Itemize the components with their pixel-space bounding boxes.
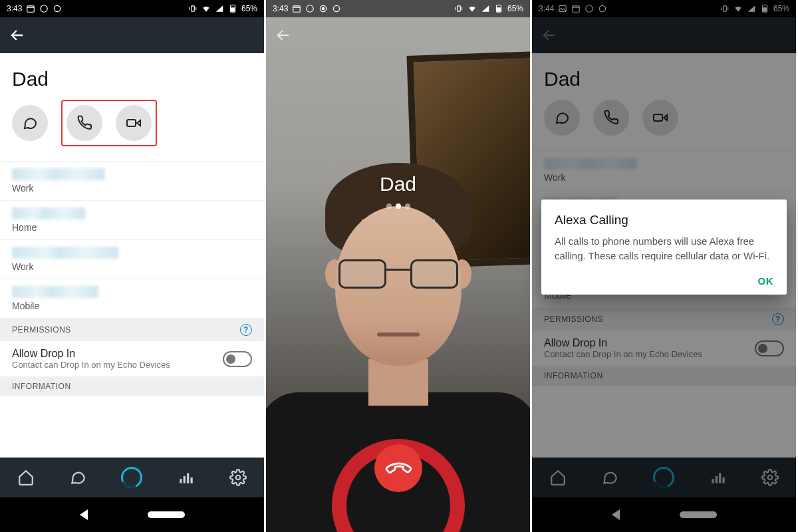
back-button[interactable]	[540, 26, 559, 45]
soccer-icon	[305, 4, 315, 13]
phone-label: Work	[12, 183, 252, 194]
phone-number-item[interactable]: Work	[0, 240, 264, 279]
connecting-dots	[266, 200, 530, 211]
bottom-nav	[532, 458, 796, 497]
signal-icon	[747, 4, 756, 13]
screenshot-video-call: 3:43 65% Dad	[266, 0, 532, 532]
drop-in-row[interactable]: Allow Drop In Contact can Drop In on my …	[532, 331, 796, 366]
drop-in-toggle[interactable]	[755, 340, 784, 356]
phone-icon	[76, 115, 92, 131]
svg-rect-19	[497, 8, 501, 11]
svg-rect-5	[231, 8, 235, 11]
svg-point-32	[768, 475, 773, 480]
svg-rect-8	[183, 476, 185, 483]
video-call-button[interactable]	[116, 105, 152, 141]
nav-alexa-icon[interactable]	[121, 467, 142, 488]
alexa-calling-dialog: Alexa Calling All calls to phone numbers…	[541, 200, 787, 295]
chat-icon	[22, 115, 38, 131]
image-icon	[558, 4, 567, 13]
sys-back-button[interactable]	[80, 509, 88, 520]
drop-in-toggle[interactable]	[223, 351, 252, 367]
bottom-nav	[0, 458, 264, 497]
nav-music-icon[interactable]	[178, 469, 195, 486]
nav-music-icon[interactable]	[710, 469, 727, 486]
video-call-button[interactable]	[642, 100, 678, 136]
help-icon[interactable]: ?	[772, 313, 784, 325]
battery-icon	[760, 4, 769, 13]
contact-actions	[532, 100, 796, 150]
svg-point-13	[307, 5, 314, 13]
phone-label: Home	[12, 222, 252, 233]
screenshot-alexa-calling-dialog: 3:44 65% Dad	[532, 0, 798, 532]
hangup-button[interactable]	[374, 444, 422, 492]
video-icon	[126, 115, 142, 131]
dialog-title: Alexa Calling	[555, 213, 773, 227]
message-button[interactable]	[544, 100, 580, 136]
perm-title: Allow Drop In	[12, 348, 170, 360]
svg-point-22	[586, 5, 593, 13]
app-bar	[0, 17, 264, 53]
back-button[interactable]	[274, 26, 293, 45]
vibrate-icon	[454, 4, 464, 13]
redacted-number	[12, 207, 85, 219]
perm-subtitle: Contact can Drop In on my Echo Devices	[12, 360, 170, 370]
battery-icon	[228, 4, 237, 13]
svg-rect-9	[187, 473, 189, 483]
redacted-number	[12, 168, 105, 180]
section-label: PERMISSIONS	[12, 325, 71, 334]
nav-settings-icon[interactable]	[229, 469, 247, 486]
svg-rect-24	[724, 6, 727, 11]
svg-point-16	[334, 5, 340, 11]
phone-label: Mobile	[12, 301, 252, 311]
nav-alexa-icon[interactable]	[653, 467, 674, 488]
wifi-icon	[201, 4, 211, 13]
voice-call-button[interactable]	[66, 105, 102, 141]
chat-icon	[554, 110, 570, 126]
sys-home-button[interactable]	[680, 511, 717, 518]
voice-call-button[interactable]	[593, 100, 629, 136]
svg-rect-30	[719, 473, 721, 483]
phone-numbers-list: Work Home Work Mobile	[0, 161, 264, 319]
svg-rect-3	[192, 6, 195, 11]
phone-number-item[interactable]: Work	[532, 151, 796, 190]
alexa-status-icon	[53, 4, 62, 13]
phone-number-item[interactable]: Work	[0, 162, 264, 201]
phone-number-item[interactable]: Home	[0, 201, 264, 240]
sys-back-button[interactable]	[612, 509, 620, 520]
svg-point-23	[600, 5, 606, 11]
svg-rect-29	[715, 476, 717, 483]
wifi-icon	[733, 4, 743, 13]
section-label: INFORMATION	[544, 371, 603, 380]
perm-title: Allow Drop In	[544, 337, 702, 349]
permissions-header: PERMISSIONS ?	[532, 308, 796, 331]
drop-in-row[interactable]: Allow Drop In Contact can Drop In on my …	[0, 341, 264, 376]
nav-chat-icon[interactable]	[69, 469, 86, 486]
nav-home-icon[interactable]	[17, 469, 35, 486]
nav-chat-icon[interactable]	[601, 469, 618, 486]
dialog-ok-button[interactable]: OK	[555, 275, 773, 287]
svg-rect-0	[27, 6, 35, 12]
status-time: 3:44	[539, 4, 554, 13]
redacted-number	[12, 286, 98, 298]
soccer-icon	[39, 4, 49, 13]
app-bar	[532, 17, 796, 53]
phone-label: Work	[544, 172, 784, 183]
back-button[interactable]	[8, 26, 27, 45]
calendar-icon	[571, 4, 581, 13]
sys-home-button[interactable]	[148, 511, 185, 518]
contact-name: Dad	[0, 53, 264, 100]
redacted-number	[12, 247, 118, 259]
message-button[interactable]	[12, 105, 48, 141]
section-label: PERMISSIONS	[544, 315, 603, 324]
phone-number-item[interactable]: Mobile	[0, 279, 264, 319]
status-bar: 3:43 65%	[0, 0, 264, 17]
signal-icon	[481, 4, 490, 13]
svg-rect-27	[654, 114, 662, 121]
help-icon[interactable]: ?	[240, 324, 252, 336]
nav-home-icon[interactable]	[549, 469, 567, 486]
svg-rect-21	[573, 6, 580, 12]
nav-settings-icon[interactable]	[761, 469, 779, 486]
svg-rect-10	[190, 477, 192, 483]
call-app-bar	[266, 17, 530, 53]
svg-point-15	[323, 7, 325, 10]
